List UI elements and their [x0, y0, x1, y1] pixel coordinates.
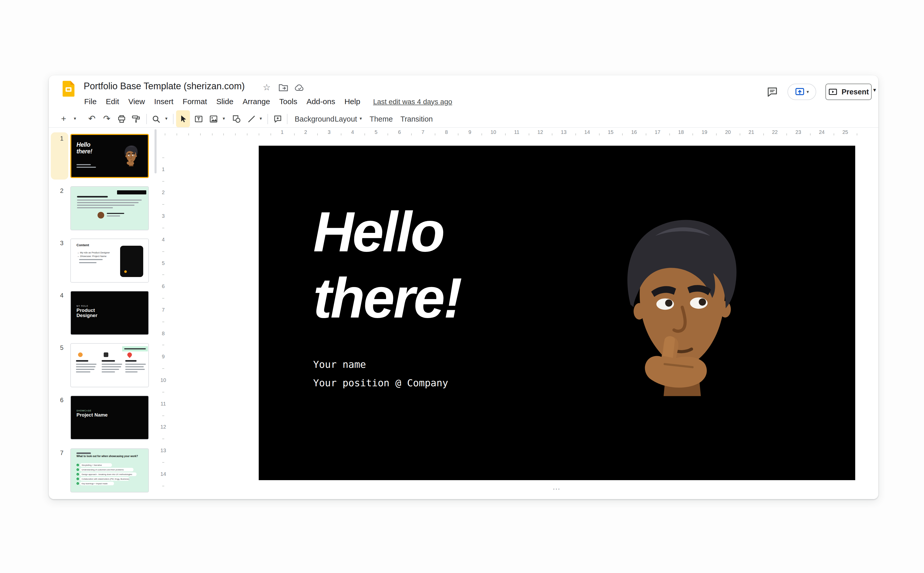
- slide-2-number: 2: [60, 187, 63, 194]
- print-button[interactable]: [115, 110, 129, 127]
- present-options-chevron-icon[interactable]: ▾: [873, 87, 876, 93]
- slide-7-thumbnail[interactable]: What to look out for when showcasing you…: [70, 448, 149, 492]
- move-to-folder-icon[interactable]: [278, 82, 289, 93]
- check-icon: ✓: [77, 482, 79, 485]
- text-box-button[interactable]: [191, 110, 206, 127]
- document-status-cloud-icon[interactable]: [294, 82, 305, 93]
- paint-format-button[interactable]: [129, 110, 143, 127]
- present-label: Present: [842, 88, 869, 96]
- thumb7-title: What to look out for when showcasing you…: [77, 454, 142, 457]
- toolbar-separator: [267, 114, 268, 124]
- ruler-number: 9: [468, 129, 471, 135]
- ruler-number: 8: [445, 129, 448, 135]
- vertical-ruler: 1234567891011121314: [157, 136, 169, 499]
- menu-format[interactable]: Format: [178, 96, 212, 107]
- present-to-meeting-icon: [795, 87, 805, 97]
- check-icon: ✓: [77, 468, 79, 471]
- toolbar-separator: [146, 114, 147, 124]
- ruler-number: 9: [162, 354, 165, 360]
- insert-shape-button[interactable]: [229, 110, 243, 127]
- layout-chevron-icon: ▾: [359, 116, 362, 121]
- ruler-number: 25: [842, 129, 848, 135]
- comment-history-icon[interactable]: [766, 86, 778, 98]
- slide-5-thumbnail[interactable]: [70, 343, 149, 387]
- toolbar-separator: [173, 114, 174, 124]
- select-tool-button[interactable]: [176, 110, 190, 127]
- slide-3-thumbnail[interactable]: Content → My role as Product Designer → …: [70, 238, 149, 283]
- new-slide-button[interactable]: +: [57, 110, 70, 127]
- ruler-number: 1: [162, 166, 165, 172]
- google-slides-logo-icon[interactable]: [62, 80, 75, 97]
- ruler-number: 6: [162, 283, 165, 289]
- menu-view[interactable]: View: [124, 96, 150, 107]
- menu-tools[interactable]: Tools: [275, 96, 302, 107]
- slide-4-thumbnail[interactable]: MY ROLE Product Designer: [70, 291, 149, 335]
- last-edit-link[interactable]: Last edit was 4 days ago: [373, 97, 452, 105]
- ruler-number: 12: [538, 129, 543, 135]
- speaker-notes-handle[interactable]: ⋯: [537, 484, 577, 493]
- menu-edit[interactable]: Edit: [101, 96, 124, 107]
- ruler-number: 12: [160, 424, 166, 430]
- thumb2-avatar: [97, 212, 104, 219]
- insert-comment-button[interactable]: [270, 110, 285, 127]
- ruler-number: 23: [795, 129, 801, 135]
- ruler-number: 24: [819, 129, 824, 135]
- slide-subtitle-text[interactable]: Your name Your position @ Company: [313, 355, 448, 392]
- menu-help[interactable]: Help: [340, 96, 365, 107]
- ruler-number: 1: [281, 129, 284, 135]
- slide-title-text[interactable]: Hellothere!: [313, 199, 461, 331]
- slide-canvas[interactable]: Hellothere! Your name Your position @ Co…: [259, 146, 855, 480]
- transition-button[interactable]: Transition: [396, 110, 438, 127]
- menu-file[interactable]: File: [80, 96, 101, 107]
- redo-button[interactable]: ↷: [100, 110, 114, 127]
- theme-button[interactable]: Theme: [365, 110, 397, 127]
- filmstrip-row-6: 6 SHOWCASE Project Name: [49, 396, 157, 443]
- menu-slide[interactable]: Slide: [212, 96, 238, 107]
- ruler-number: 7: [422, 129, 424, 135]
- ruler-number: 20: [725, 129, 731, 135]
- present-to-meeting-button[interactable]: ▾: [788, 84, 816, 100]
- ruler-number: 7: [162, 307, 165, 313]
- menu-add-ons[interactable]: Add-ons: [302, 96, 340, 107]
- ruler-number: 22: [772, 129, 778, 135]
- ruler-number: 6: [398, 129, 401, 135]
- insert-line-chevron-icon[interactable]: ▾: [257, 110, 264, 127]
- filmstrip-row-4: 4 MY ROLE Product Designer: [49, 291, 157, 338]
- undo-button[interactable]: ↶: [85, 110, 99, 127]
- document-title[interactable]: Portfolio Base Template (sherizan.com): [84, 81, 245, 92]
- menu-arrange[interactable]: Arrange: [238, 96, 275, 107]
- thumb5-pin-icon: [126, 351, 133, 358]
- thumb2-label-block: [117, 190, 146, 194]
- ruler-number: 4: [162, 237, 165, 243]
- menu-insert[interactable]: Insert: [150, 96, 178, 107]
- memoji-image[interactable]: [615, 207, 750, 428]
- layout-button[interactable]: Layout▾: [330, 110, 367, 127]
- main-toolbar: + ▾ ↶ ↷ ▾ ▾: [49, 110, 879, 128]
- filmstrip: 1 Hellothere! 2: [49, 128, 157, 499]
- new-slide-chevron-icon[interactable]: ▾: [71, 110, 78, 127]
- insert-line-button[interactable]: [245, 110, 258, 127]
- ruler-number: 4: [351, 129, 354, 135]
- ruler-number: 18: [678, 129, 684, 135]
- slide-7-number: 7: [60, 449, 63, 457]
- slide-2-thumbnail[interactable]: [70, 186, 149, 230]
- thumb6-kicker: SHOWCASE: [77, 409, 91, 412]
- insert-image-chevron-icon[interactable]: ▾: [220, 110, 227, 127]
- zoom-button[interactable]: [149, 110, 163, 127]
- thumb5-highlight-tag: [122, 346, 148, 351]
- present-button[interactable]: Present: [825, 84, 872, 100]
- slide-1-number: 1: [60, 135, 63, 142]
- insert-image-button[interactable]: [207, 110, 220, 127]
- slide-1-thumbnail[interactable]: Hellothere!: [70, 134, 149, 178]
- thumb7-kicker-bar: [77, 452, 91, 454]
- slide-6-thumbnail[interactable]: SHOWCASE Project Name: [70, 396, 149, 440]
- check-icon: ✓: [77, 473, 79, 476]
- filmstrip-row-2: 2: [49, 186, 157, 233]
- editor-canvas[interactable]: Hellothere! Your name Your position @ Co…: [169, 136, 879, 499]
- slide-name-line: Your name: [313, 355, 448, 373]
- ruler-number: 10: [160, 377, 166, 383]
- zoom-chevron-icon[interactable]: ▾: [163, 110, 170, 127]
- thumb4-title: Product Designer: [77, 308, 113, 318]
- star-icon[interactable]: ☆: [261, 82, 272, 93]
- desktop-background: Portfolio Base Template (sherizan.com) ☆…: [0, 0, 924, 573]
